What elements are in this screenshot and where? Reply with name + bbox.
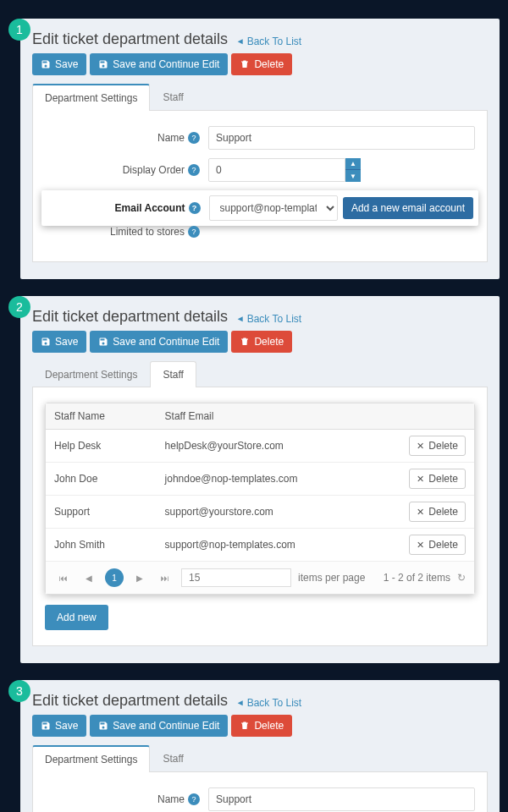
back-to-list-link[interactable]: ◄Back To List [236,697,301,709]
name-input[interactable] [208,126,475,150]
close-icon: ✕ [417,474,424,485]
step-badge-2: 2 [8,296,30,318]
help-icon[interactable]: ? [189,202,201,214]
page-title: Edit ticket department details [32,30,228,47]
save-icon [41,59,51,69]
page-next[interactable]: ▶ [130,568,149,587]
tab-department-settings[interactable]: Department Settings [32,84,150,111]
help-icon[interactable]: ? [188,132,200,144]
name-input[interactable] [208,787,475,811]
page-title: Edit ticket department details [32,308,228,325]
page-last[interactable]: ⏭ [156,568,174,587]
spin-up[interactable]: ▲ [345,158,361,170]
chevron-left-icon: ◄ [236,698,245,707]
help-icon[interactable]: ? [188,226,200,238]
display-order-input[interactable] [208,158,345,182]
per-page-label: items per page [298,572,365,584]
tab-staff[interactable]: Staff [150,84,196,111]
page-title: Edit ticket department details [32,692,228,709]
row-delete-button[interactable]: ✕Delete [409,535,466,555]
row-delete-button[interactable]: ✕Delete [409,436,466,456]
save-icon [98,59,108,69]
table-row: John Doejohndoe@nop-templates.com✕Delete [46,463,474,496]
save-continue-button[interactable]: Save and Continue Edit [90,331,228,353]
per-page-select[interactable]: 15 [181,568,291,587]
label-limited-stores: Limited to stores [110,226,185,238]
tab-department-settings[interactable]: Department Settings [32,745,150,772]
trash-icon [240,337,250,347]
help-icon[interactable]: ? [188,793,200,805]
row-delete-button[interactable]: ✕Delete [409,502,466,522]
save-icon [98,721,108,731]
email-account-select[interactable]: support@nop-templates.com [209,195,338,221]
add-email-account-button[interactable]: Add a new email account [343,197,473,219]
refresh-icon[interactable]: ↻ [457,572,466,584]
trash-icon [240,59,250,69]
delete-button[interactable]: Delete [231,715,292,737]
staff-table: Staff Name Staff Email Help DeskhelpDesk… [46,403,474,561]
save-button[interactable]: Save [32,331,86,353]
table-row: Help DeskhelpDesk@yourStore.com✕Delete [46,430,474,463]
close-icon: ✕ [417,507,424,518]
add-new-button[interactable]: Add new [45,605,108,630]
label-display-order: Display Order [123,164,185,176]
page-number[interactable]: 1 [105,568,124,587]
label-name: Name [157,793,185,805]
close-icon: ✕ [417,540,424,551]
save-button[interactable]: Save [32,53,86,75]
delete-button[interactable]: Delete [231,53,292,75]
page-prev[interactable]: ◀ [80,568,98,587]
chevron-left-icon: ◄ [236,36,245,46]
save-continue-button[interactable]: Save and Continue Edit [90,715,228,737]
col-staff-email: Staff Email [157,403,401,430]
table-row: John Smithsupport@nop-templates.com✕Dele… [46,529,474,562]
trash-icon [240,721,250,731]
label-email-account: Email Account [115,202,185,214]
col-staff-name: Staff Name [46,403,157,430]
help-icon[interactable]: ? [188,164,200,176]
back-to-list-link[interactable]: ◄Back To List [236,313,301,325]
label-name: Name [157,132,185,144]
save-continue-button[interactable]: Save and Continue Edit [90,53,228,75]
tab-staff[interactable]: Staff [150,745,196,772]
chevron-left-icon: ◄ [236,314,245,323]
step-badge-3: 3 [8,680,30,702]
save-icon [41,721,51,731]
save-icon [41,337,51,347]
page-first[interactable]: ⏮ [54,568,73,587]
pager-summary: 1 - 2 of 2 items [384,572,450,584]
save-button[interactable]: Save [32,715,86,737]
tab-department-settings[interactable]: Department Settings [32,361,150,387]
save-icon [98,337,108,347]
tab-staff[interactable]: Staff [150,361,196,387]
delete-button[interactable]: Delete [231,331,292,353]
step-badge-1: 1 [8,19,30,41]
spin-down[interactable]: ▼ [345,170,361,182]
table-row: Supportsupport@yourstore.com✕Delete [46,496,474,529]
back-to-list-link[interactable]: ◄ Back To List [236,36,301,47]
row-delete-button[interactable]: ✕Delete [409,469,466,489]
close-icon: ✕ [417,441,424,452]
